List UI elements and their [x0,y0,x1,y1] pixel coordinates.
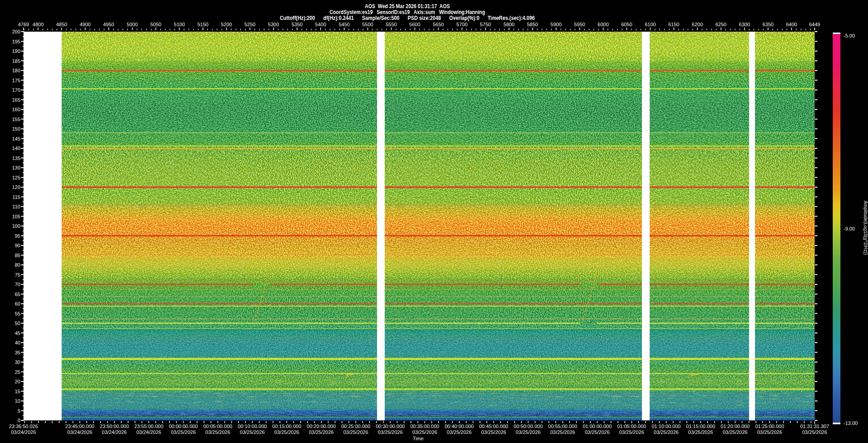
svg-text:5550: 5550 [386,22,396,27]
svg-text:03/25/2026: 03/25/2026 [688,429,713,435]
svg-text:200: 200 [12,29,20,34]
svg-text:6449: 6449 [809,22,820,27]
svg-text:00:10:00.000: 00:10:00.000 [238,424,267,429]
svg-text:115: 115 [12,194,20,200]
svg-text:5700: 5700 [457,22,467,27]
svg-text:5250: 5250 [245,22,255,27]
svg-text:5850: 5850 [527,22,538,27]
svg-text:AOS Wed 25 Mar 2026 01:31:17: AOS Wed 25 Mar 2026 01:31:17 AOS [365,3,450,9]
svg-text:170: 170 [12,87,20,93]
svg-text:5100: 5100 [174,22,185,27]
svg-text:00:15:00.000: 00:15:00.000 [272,424,301,429]
svg-text:00:45:00.000: 00:45:00.000 [479,424,508,429]
svg-text:5950: 5950 [574,22,585,27]
svg-text:03/25/2026: 03/25/2026 [516,429,541,435]
svg-text:01:20:00.000: 01:20:00.000 [721,424,750,429]
svg-text:105: 105 [12,214,20,219]
svg-text:00:40:00.000: 00:40:00.000 [445,424,474,429]
svg-text:Cuttoff(Hz):200 df(Hz):0.: Cuttoff(Hz):200 df(Hz):0.2441 Sample/Sec… [280,15,535,21]
svg-text:5400: 5400 [315,22,326,27]
svg-text:85: 85 [15,253,20,258]
svg-text:CoordSystem:es19 SensorID:es: CoordSystem:es19 SensorID:es19 Axis:sum … [330,9,485,15]
svg-text:01:10:00.000: 01:10:00.000 [651,424,680,429]
svg-text:185: 185 [12,58,20,64]
svg-text:00:05:00.000: 00:05:00.000 [203,424,232,429]
svg-text:03/25/2026: 03/25/2026 [378,429,403,435]
svg-text:03/25/2026: 03/25/2026 [757,429,782,435]
svg-text:20: 20 [15,379,20,384]
svg-text:45: 45 [15,330,20,336]
svg-text:25: 25 [15,369,20,375]
svg-text:03/24/2026: 03/24/2026 [11,429,36,435]
svg-text:03/25/2026: 03/25/2026 [309,429,334,435]
svg-text:5900: 5900 [551,22,561,27]
svg-text:00:25:00.000: 00:25:00.000 [341,424,370,429]
svg-text:03/25/2026: 03/25/2026 [240,429,265,435]
svg-text:03/25/2026: 03/25/2026 [481,429,506,435]
svg-text:130: 130 [12,165,20,170]
svg-text:0: 0 [18,418,20,423]
svg-text:4950: 4950 [103,22,114,27]
svg-text:165: 165 [12,97,20,103]
svg-text:03/25/2026: 03/25/2026 [274,429,299,435]
svg-text:5200: 5200 [221,22,232,27]
svg-text:95: 95 [15,233,20,239]
svg-text:190: 190 [12,48,20,54]
svg-text:03/24/2026: 03/24/2026 [67,429,92,435]
svg-text:160: 160 [12,107,20,112]
svg-text:23:55:00.000: 23:55:00.000 [134,424,163,429]
svg-text:5150: 5150 [198,22,208,27]
svg-text:50: 50 [15,320,20,326]
svg-text:100: 100 [12,223,20,229]
svg-text:6000: 6000 [598,22,609,27]
svg-text:6100: 6100 [645,22,656,27]
svg-text:135: 135 [12,156,20,161]
svg-text:90: 90 [15,243,20,248]
svg-text:6400: 6400 [786,22,797,27]
svg-text:4800: 4800 [33,22,43,27]
svg-text:5650: 5650 [433,22,443,27]
svg-text:03/25/2026: 03/25/2026 [205,429,230,435]
svg-text:00:55:00.000: 00:55:00.000 [548,424,577,429]
svg-text:03/24/2026: 03/24/2026 [137,429,161,435]
svg-text:03/25/2026: 03/25/2026 [550,429,575,435]
svg-text:Time: Time [413,436,424,441]
svg-text:5600: 5600 [409,22,420,27]
svg-text:5050: 5050 [150,22,161,27]
svg-text:03/25/2026: 03/25/2026 [447,429,472,435]
svg-text:03/25/2026: 03/25/2026 [585,429,609,435]
svg-text:01:31:31.307: 01:31:31.307 [800,424,829,429]
svg-text:00:50:00.000: 00:50:00.000 [514,424,542,429]
svg-text:01:00:00.000: 01:00:00.000 [583,424,612,429]
svg-text:6250: 6250 [715,22,726,27]
svg-text:4850: 4850 [56,22,67,27]
svg-text:Amplitude(Log10(g^2/Hz)): Amplitude(Log10(g^2/Hz)) [863,201,868,255]
svg-text:00:00:00.000: 00:00:00.000 [169,424,198,429]
svg-text:03/25/2026: 03/25/2026 [802,429,827,435]
svg-text:80: 80 [15,262,20,268]
svg-text:4769: 4769 [18,22,29,27]
svg-text:110: 110 [12,204,20,209]
svg-text:70: 70 [15,282,20,287]
svg-text:6050: 6050 [621,22,632,27]
svg-text:4900: 4900 [80,22,90,27]
svg-text:03/24/2026: 03/24/2026 [102,429,127,435]
svg-text:180: 180 [12,68,20,73]
svg-text:-13.00: -13.00 [844,420,858,426]
svg-text:150: 150 [12,126,20,132]
svg-text:5300: 5300 [268,22,279,27]
svg-text:03/25/2026: 03/25/2026 [412,429,437,435]
svg-text:175: 175 [12,78,20,83]
svg-text:00:20:00.000: 00:20:00.000 [307,424,336,429]
svg-text:30: 30 [15,359,20,365]
svg-text:-9.00: -9.00 [844,226,855,231]
svg-text:-5.00: -5.00 [844,33,855,38]
svg-text:03/25/2026: 03/25/2026 [654,429,679,435]
svg-text:01:05:00.000: 01:05:00.000 [617,424,646,429]
svg-text:23:36:50.026: 23:36:50.026 [9,424,38,429]
svg-text:75: 75 [15,272,20,278]
svg-text:00:35:00.000: 00:35:00.000 [410,424,439,429]
svg-text:40: 40 [15,340,20,345]
svg-text:01:15:00.000: 01:15:00.000 [686,424,715,429]
svg-text:5350: 5350 [292,22,302,27]
